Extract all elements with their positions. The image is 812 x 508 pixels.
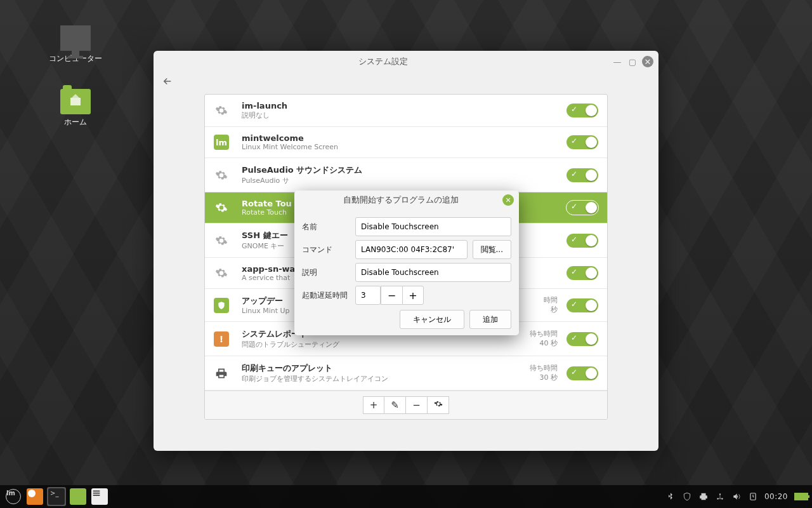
startup-item-desc: PulseAudio サ (242, 176, 566, 185)
computer-icon (60, 25, 91, 51)
svg-point-0 (28, 490, 36, 497)
label-delay: 起動遅延時間 (302, 290, 355, 301)
startup-item[interactable]: PulseAudio サウンドシステムPulseAudio サ (205, 158, 607, 192)
remove-button[interactable]: − (406, 396, 428, 414)
svg-point-6 (719, 493, 721, 495)
system-tray: 00:20 (665, 491, 808, 502)
startup-item-title: PulseAudio サウンドシステム (242, 164, 566, 176)
terminal-launcher[interactable]: >_ (47, 487, 66, 506)
startup-delay-value: 秒 (520, 305, 558, 314)
desktop-icon-home[interactable]: ホーム (47, 89, 104, 128)
startup-item-title: mintwelcome (242, 133, 566, 143)
network-icon[interactable] (715, 491, 725, 502)
clock[interactable]: 00:20 (764, 492, 788, 501)
startup-toolbar: + ✎ − (205, 391, 607, 419)
command-input[interactable] (355, 240, 468, 259)
gear-icon (214, 233, 229, 248)
gear-run-icon (434, 399, 443, 408)
taskbar: lm >_ 00:20 (0, 485, 812, 508)
desktop-icon-computer[interactable]: コンピューター (47, 25, 104, 64)
home-folder-icon (60, 89, 91, 114)
gear-icon (214, 103, 229, 118)
desktop-icon-label: ホーム (47, 117, 104, 128)
close-button[interactable]: ✕ (642, 56, 653, 67)
dialog-close-button[interactable]: ✕ (502, 194, 514, 206)
window-title: システム設定 (159, 56, 608, 67)
settings-task-icon (91, 488, 108, 505)
label-name: 名前 (302, 222, 355, 232)
ok-button[interactable]: 追加 (469, 310, 511, 329)
titlebar[interactable]: システム設定 — ▢ ✕ (154, 51, 658, 72)
cancel-button[interactable]: キャンセル (400, 310, 464, 329)
gear-icon (214, 265, 229, 281)
back-button[interactable] (160, 74, 175, 89)
browse-button[interactable]: 閲覧... (473, 240, 511, 259)
mint-logo-icon: lm (214, 135, 229, 150)
startup-item-title: 印刷キューのアプレット (242, 363, 520, 374)
startup-toggle[interactable] (566, 234, 598, 248)
shield-tray-icon[interactable] (682, 491, 692, 502)
run-button[interactable] (428, 396, 449, 414)
svg-rect-2 (93, 493, 100, 494)
name-input[interactable] (355, 217, 511, 236)
printer-tray-icon[interactable] (698, 491, 709, 502)
firefox-launcher[interactable] (25, 487, 44, 506)
arrow-left-icon (162, 76, 173, 87)
startup-toggle[interactable] (566, 135, 598, 149)
dialog-title: 自動開始するプログラムの追加 (299, 194, 502, 206)
menu-button[interactable]: lm (4, 487, 23, 506)
files-icon (70, 488, 86, 505)
startup-toggle[interactable] (566, 104, 598, 117)
label-desc: 説明 (302, 267, 355, 278)
startup-toggle[interactable] (566, 298, 598, 312)
startup-item-desc: 問題のトラブルシューティング (242, 340, 520, 349)
startup-toggle[interactable] (566, 168, 598, 182)
startup-item-title: im-launch (242, 101, 566, 110)
shield-icon (214, 298, 229, 313)
startup-item-desc: Linux Mint Welcome Screen (242, 143, 566, 151)
bluetooth-icon[interactable] (665, 491, 676, 502)
startup-delay-value: 30 秒 (520, 373, 558, 382)
dialog-titlebar[interactable]: 自動開始するプログラムの追加 ✕ (294, 190, 519, 210)
startup-item[interactable]: 印刷キューのアプレット印刷ジョブを管理するシステムトレイアイコン 待ち時間30 … (205, 356, 607, 391)
printer-icon (214, 366, 229, 381)
startup-toggle[interactable] (566, 266, 598, 280)
desc-input[interactable] (355, 263, 511, 282)
delay-decrement[interactable]: − (381, 286, 402, 305)
startup-toggle[interactable] (566, 201, 598, 215)
minimize-button[interactable]: — (612, 56, 623, 67)
startup-delay-label: 待ち時間 (520, 364, 558, 373)
delay-spinner: − + (355, 286, 424, 305)
svg-point-4 (717, 498, 718, 499)
startup-item-desc: 印刷ジョブを管理するシステムトレイアイコン (242, 374, 520, 384)
svg-rect-1 (93, 490, 100, 491)
warning-icon: ! (214, 331, 229, 347)
startup-delay-value: 40 秒 (520, 339, 558, 348)
gear-icon (214, 200, 229, 215)
battery-icon[interactable] (794, 493, 808, 500)
add-startup-dialog: 自動開始するプログラムの追加 ✕ 名前 コマンド 閲覧... 説明 起動遅延時間… (294, 190, 519, 335)
startup-item[interactable]: im-launch説明なし (205, 95, 607, 127)
label-command: コマンド (302, 244, 355, 255)
startup-delay-label: 待ち時間 (520, 330, 558, 338)
startup-item[interactable]: lm mintwelcomeLinux Mint Welcome Screen (205, 127, 607, 158)
delay-increment[interactable]: + (402, 286, 424, 305)
files-launcher[interactable] (69, 487, 88, 506)
gear-icon (214, 168, 229, 183)
startup-delay-label: 時間 (520, 296, 558, 305)
delay-input[interactable] (355, 286, 381, 305)
firefox-icon (27, 488, 43, 505)
svg-rect-3 (93, 495, 100, 496)
taskbar-app[interactable] (90, 487, 109, 506)
startup-toggle[interactable] (566, 332, 598, 346)
volume-icon[interactable] (731, 491, 742, 502)
svg-point-5 (721, 498, 723, 499)
mint-menu-icon: lm (6, 489, 21, 504)
startup-toggle[interactable] (566, 366, 598, 380)
edit-button[interactable]: ✎ (384, 396, 406, 414)
maximize-button[interactable]: ▢ (627, 56, 638, 67)
terminal-icon: >_ (48, 488, 65, 505)
add-button[interactable]: + (363, 396, 384, 414)
startup-item-desc: 説明なし (242, 110, 566, 120)
power-icon[interactable] (748, 491, 758, 502)
